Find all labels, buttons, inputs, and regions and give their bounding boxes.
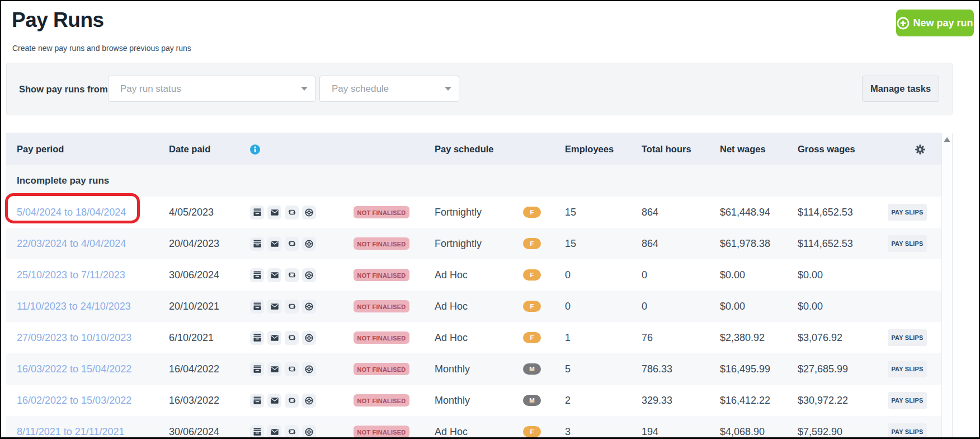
pay-period-link[interactable]: 27/09/2023 to 10/10/2023	[17, 332, 131, 343]
net-wages-cell: $2,380.92	[720, 332, 798, 344]
journal-icon[interactable]	[250, 425, 264, 438]
section-label: Incomplete pay runs	[17, 175, 109, 186]
filter-panel: Show pay runs from Pay run status Pay sc…	[6, 63, 953, 115]
employees-cell: 15	[565, 238, 642, 250]
pay-period-link[interactable]: 22/03/2024 to 4/04/2024	[17, 238, 126, 249]
help-buoy-icon[interactable]	[302, 425, 316, 438]
recalculate-icon[interactable]	[285, 425, 299, 438]
pay-slips-button[interactable]: PAY SLIPS	[888, 361, 927, 377]
pay-run-row: 27/09/2023 to 10/10/20236/10/2021	[6, 322, 941, 353]
row-action-icons	[250, 331, 354, 345]
pay-period-link[interactable]: 16/03/2022 to 15/04/2022	[17, 363, 131, 375]
email-icon[interactable]	[267, 425, 281, 438]
page: Pay Runs Create new pay runs and browse …	[1, 1, 979, 437]
pay-schedule-select[interactable]: Pay schedule	[319, 76, 459, 102]
status-badge: NOT FINALISED	[354, 331, 409, 344]
gross-wages-cell: $0.00	[798, 301, 885, 312]
page-title: Pay Runs	[12, 8, 104, 32]
employees-cell: 15	[565, 207, 642, 218]
column-header-pay-period: Pay period	[17, 144, 169, 155]
status-badge: NOT FINALISED	[354, 363, 409, 375]
pay-schedule-cell: Ad Hoc	[435, 301, 523, 312]
email-icon[interactable]	[267, 394, 281, 408]
table-header-row: Pay period Date paid Pay schedule Employ…	[6, 133, 941, 165]
pay-period-link[interactable]: 5/04/2024 to 18/04/2024	[17, 207, 126, 218]
schedule-badge-pill: F	[523, 207, 541, 218]
recalculate-icon[interactable]	[285, 331, 299, 345]
pay-slips-button[interactable]: PAY SLIPS	[888, 392, 927, 409]
new-pay-run-button[interactable]: New pay run	[896, 10, 974, 36]
column-header-total-hours: Total hours	[642, 144, 720, 155]
total-hours-cell: 0	[642, 301, 720, 312]
pay-schedule-cell: Monthly	[435, 395, 523, 407]
recalculate-icon[interactable]	[285, 268, 299, 282]
gross-wages-cell: $3,076.92	[798, 332, 885, 344]
pay-slips-button[interactable]: PAY SLIPS	[888, 329, 927, 346]
recalculate-icon[interactable]	[285, 362, 299, 376]
status-badge: NOT FINALISED	[354, 206, 409, 218]
manage-tasks-button[interactable]: Manage tasks	[862, 76, 939, 102]
journal-icon[interactable]	[250, 331, 264, 345]
section-header-incomplete: Incomplete pay runs	[6, 165, 941, 197]
email-icon[interactable]	[267, 300, 281, 314]
scroll-up-arrow-icon[interactable]	[944, 137, 950, 142]
date-paid-cell: 16/03/2022	[169, 395, 250, 407]
help-buoy-icon[interactable]	[302, 331, 316, 345]
recalculate-icon[interactable]	[285, 394, 299, 408]
pay-period-link[interactable]: 8/11/2021 to 21/11/2021	[17, 426, 125, 437]
recalculate-icon[interactable]	[285, 300, 299, 314]
pay-run-row: 11/10/2023 to 24/10/202320/10/2021	[6, 291, 941, 322]
pay-slips-button[interactable]: PAY SLIPS	[888, 235, 927, 252]
help-buoy-icon[interactable]	[302, 237, 316, 251]
status-badge: NOT FINALISED	[354, 269, 409, 281]
email-icon[interactable]	[267, 268, 281, 282]
column-header-employees: Employees	[565, 144, 642, 155]
net-wages-cell: $16,495.99	[720, 363, 798, 375]
email-icon[interactable]	[267, 331, 281, 345]
table-settings-gear-icon[interactable]	[885, 144, 941, 155]
journal-icon[interactable]	[250, 237, 264, 251]
net-wages-cell: $4,068.90	[720, 426, 798, 438]
email-icon[interactable]	[267, 237, 281, 251]
row-action-icons	[250, 362, 354, 376]
new-pay-run-label: New pay run	[913, 17, 973, 29]
pay-run-row: 5/04/2024 to 18/04/20244/05/2023	[6, 197, 941, 228]
journal-icon[interactable]	[250, 206, 264, 220]
pay-run-row: 8/11/2021 to 21/11/202130/06/2024	[6, 416, 941, 437]
help-buoy-icon[interactable]	[302, 362, 316, 376]
journal-icon[interactable]	[250, 300, 264, 314]
table-scrollbar[interactable]	[941, 133, 953, 437]
pay-period-link[interactable]: 16/02/2022 to 15/03/2022	[17, 395, 131, 406]
status-badge: NOT FINALISED	[354, 237, 409, 250]
schedule-badge-pill: F	[523, 332, 541, 343]
email-icon[interactable]	[267, 206, 281, 220]
filter-label: Show pay runs from	[19, 63, 108, 115]
pay-slips-button[interactable]: PAY SLIPS	[888, 204, 927, 221]
gross-wages-cell: $114,652.53	[798, 238, 885, 250]
chevron-down-icon	[445, 87, 451, 91]
help-buoy-icon[interactable]	[302, 394, 316, 408]
pay-period-link[interactable]: 25/10/2023 to 7/11/2023	[17, 269, 125, 281]
journal-icon[interactable]	[250, 362, 264, 376]
pay-schedule-cell: Ad Hoc	[435, 332, 523, 344]
pay-run-status-select[interactable]: Pay run status	[108, 76, 315, 102]
journal-icon[interactable]	[250, 268, 264, 282]
date-paid-cell: 20/04/2023	[169, 238, 250, 250]
total-hours-cell: 329.33	[642, 395, 720, 407]
pay-run-row: 25/10/2023 to 7/11/202330/06/2024	[6, 259, 941, 291]
pay-period-link[interactable]: 11/10/2023 to 24/10/2023	[17, 301, 131, 312]
net-wages-cell: $61,978.38	[720, 238, 798, 250]
recalculate-icon[interactable]	[285, 237, 299, 251]
info-icon[interactable]	[250, 144, 354, 155]
journal-icon[interactable]	[250, 394, 264, 408]
recalculate-icon[interactable]	[285, 206, 299, 220]
help-buoy-icon[interactable]	[302, 206, 316, 220]
pay-schedule-cell: Fortnightly	[435, 238, 523, 250]
row-action-icons	[250, 425, 354, 438]
email-icon[interactable]	[267, 362, 281, 376]
help-buoy-icon[interactable]	[302, 300, 316, 314]
help-buoy-icon[interactable]	[302, 268, 316, 282]
chevron-down-icon	[301, 87, 308, 91]
pay-slips-button[interactable]: PAY SLIPS	[888, 423, 927, 437]
employees-cell: 2	[565, 395, 642, 407]
